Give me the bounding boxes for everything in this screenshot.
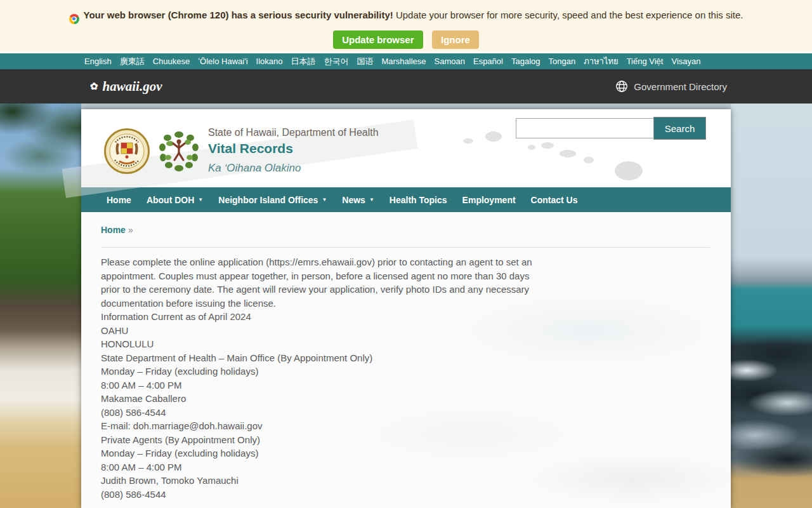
nav-item[interactable]: Contact Us ▼ xyxy=(523,187,586,212)
chevron-down-icon: ▼ xyxy=(369,197,374,203)
government-directory-link[interactable]: Government Directory xyxy=(615,79,727,93)
nav-item[interactable]: News ▼ xyxy=(334,187,382,212)
content-line: (808) 586-4544 xyxy=(101,488,711,502)
hawaii-gov-logo[interactable]: ✿ hawaii.gov xyxy=(90,79,162,95)
content-line: Judith Brown, Tomoko Yamauchi xyxy=(101,474,711,488)
search-form: Search xyxy=(516,117,706,140)
content-line: Information Current as of April 2024 xyxy=(101,310,711,324)
language-link[interactable]: 한국어 xyxy=(324,56,348,67)
language-link[interactable]: Español xyxy=(473,57,503,66)
language-bar: English廣東話ChuukeseʻŌlelo Hawai'iIlokano日… xyxy=(0,53,812,69)
content-line: (808) 586-4544 xyxy=(101,406,711,420)
chevron-down-icon: ▼ xyxy=(322,197,327,203)
update-browser-button[interactable]: Update browser xyxy=(333,30,422,49)
state-of-hawaii-seal xyxy=(104,128,150,174)
content-line: Monday – Friday (excluding holidays) xyxy=(101,446,711,460)
browser-warning-banner: Your web browser (Chrome 120) has a seri… xyxy=(0,0,812,51)
content-line: OAHU xyxy=(101,324,711,338)
content-line: HONOLULU xyxy=(101,337,711,351)
browser-warning-message: Your web browser (Chrome 120) has a seri… xyxy=(0,0,812,24)
language-link[interactable]: Samoan xyxy=(435,57,465,66)
content-line: appointment. Couples must appear togethe… xyxy=(101,269,711,283)
agency-name: State of Hawaii, Department of Health xyxy=(208,127,379,138)
language-link[interactable]: 廣東話 xyxy=(120,56,145,67)
nav-item-label: Health Topics xyxy=(390,195,447,205)
warning-text: Update your browser for more security, s… xyxy=(393,10,743,20)
language-link[interactable]: Ilokano xyxy=(256,57,283,66)
language-link[interactable]: Chuukese xyxy=(153,57,190,66)
beach-photo-right xyxy=(731,104,812,508)
site-masthead: State of Hawaii, Department of Health Vi… xyxy=(81,109,731,187)
content-divider xyxy=(101,247,710,248)
nav-item[interactable]: Neighbor Island Offices ▼ xyxy=(211,187,334,212)
hawaii-gov-label: hawaii.gov xyxy=(103,79,162,95)
language-link[interactable]: Marshallese xyxy=(381,57,426,66)
nav-item-label: Employment xyxy=(462,195,516,205)
warning-text-bold: Your web browser (Chrome 120) has a seri… xyxy=(84,10,393,20)
department-of-health-seal xyxy=(157,130,200,173)
language-link[interactable]: ʻŌlelo Hawai'i xyxy=(198,57,247,66)
hibiscus-icon: ✿ xyxy=(90,82,98,91)
nav-item[interactable]: Health Topics ▼ xyxy=(382,187,455,212)
beach-photo-left xyxy=(0,104,81,508)
ignore-button[interactable]: Ignore xyxy=(432,30,479,49)
government-directory-label: Government Directory xyxy=(634,81,727,92)
nav-item-label: Neighbor Island Offices xyxy=(218,195,318,205)
content-line: Monday – Friday (excluding holidays) xyxy=(101,364,711,378)
content-line: Private Agents (By Appointment Only) xyxy=(101,433,711,447)
language-link[interactable]: Tagalog xyxy=(511,57,540,66)
search-input[interactable] xyxy=(516,118,654,138)
language-link[interactable]: 国语 xyxy=(357,56,373,67)
language-link[interactable]: Tongan xyxy=(549,57,576,66)
content-line: documentation before issuing the license… xyxy=(101,297,711,311)
page-content: Home» Please complete the online applica… xyxy=(81,212,731,508)
site-subtitle: Ka ʻOihana Olakino xyxy=(208,162,379,175)
language-link[interactable]: Visayan xyxy=(671,57,700,66)
content-line: State Department of Health – Main Office… xyxy=(101,351,711,365)
content-line: Makamae Caballero xyxy=(101,392,711,406)
breadcrumb-home-link[interactable]: Home xyxy=(101,225,126,235)
site-card: State of Hawaii, Department of Health Vi… xyxy=(81,109,731,508)
chrome-icon xyxy=(69,14,79,24)
nav-item-label: News xyxy=(342,195,365,205)
content-line: 8:00 AM – 4:00 PM xyxy=(101,378,711,392)
main-nav: Home ▼ About DOH ▼ Neighbor Island Offic… xyxy=(81,187,731,212)
search-button[interactable]: Search xyxy=(653,117,706,140)
nav-item-label: Home xyxy=(107,195,131,205)
content-line: 8:00 AM – 4:00 PM xyxy=(101,460,711,474)
language-link[interactable]: 日本語 xyxy=(291,56,315,67)
breadcrumb-separator: » xyxy=(128,225,133,235)
page-title: Vital Records xyxy=(208,141,379,156)
content-line: Please complete the online application (… xyxy=(101,255,711,269)
content-line: prior to the ceremony date. The agent wi… xyxy=(101,283,711,297)
content-line: E-mail: doh.marriage@doh.hawaii.gov xyxy=(101,419,711,433)
office-info-text: Please complete the online application (… xyxy=(101,255,711,501)
statewide-header: ✿ hawaii.gov Government Directory xyxy=(0,69,812,104)
nav-item-label: About DOH xyxy=(147,195,194,205)
nav-item[interactable]: Employment ▼ xyxy=(455,187,523,212)
language-link[interactable]: Tiếng Việt xyxy=(627,57,664,66)
page-background: State of Hawaii, Department of Health Vi… xyxy=(0,104,812,508)
nav-item-label: Contact Us xyxy=(531,195,578,205)
language-link[interactable]: ภาษาไทย xyxy=(584,55,618,68)
chevron-down-icon: ▼ xyxy=(198,197,203,203)
breadcrumb: Home» xyxy=(101,225,711,236)
language-link[interactable]: English xyxy=(84,57,112,66)
globe-icon xyxy=(615,79,629,93)
nav-item[interactable]: About DOH ▼ xyxy=(139,187,211,212)
